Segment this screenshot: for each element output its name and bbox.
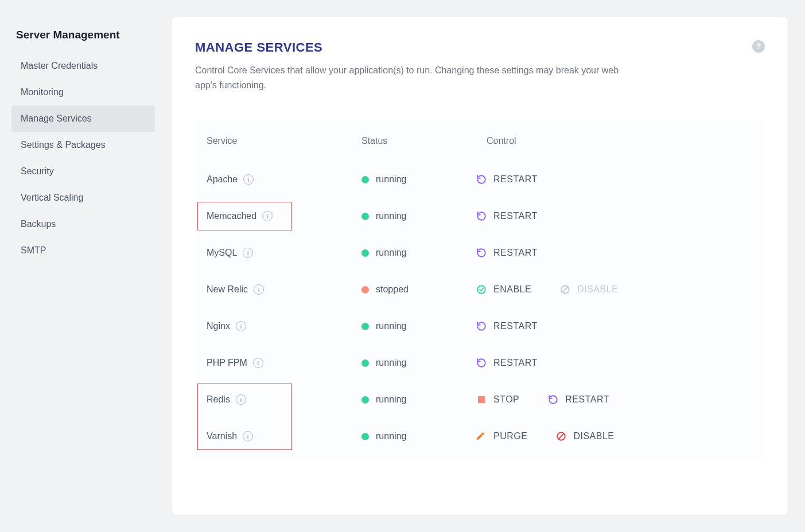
info-icon[interactable]: i [243,174,254,185]
controls-cell: ENABLEDISABLE [476,284,753,295]
control-label: RESTART [493,211,538,221]
col-header-service: Service [207,136,361,146]
disable-button[interactable]: DISABLE [556,431,614,441]
controls-cell: RESTART [476,321,753,331]
status-cell: running [361,321,476,331]
status-text: running [376,321,406,331]
help-icon[interactable]: ? [752,40,765,53]
purge-button[interactable]: PURGE [476,431,527,441]
restart-button[interactable]: RESTART [476,248,538,258]
table-row: New RelicistoppedENABLEDISABLE [195,271,765,308]
restart-icon [476,248,487,258]
status-cell: running [361,358,476,368]
stop-button[interactable]: STOP [476,394,519,405]
info-icon[interactable]: i [254,284,264,295]
status-dot-icon [361,433,369,440]
sidebar: Server Management Master CredentialsMoni… [11,17,155,515]
sidebar-item-manage-services[interactable]: Manage Services [11,105,155,132]
table-row: RedisirunningSTOPRESTART [195,381,765,418]
main-card: MANAGE SERVICES Control Core Services th… [172,17,788,515]
service-name-cell: Redisi [207,394,361,405]
col-header-control: Control [476,136,753,146]
service-name: Apache [207,174,238,185]
service-name: Redis [207,394,230,405]
controls-cell: RESTART [476,248,753,258]
svg-line-4 [559,434,564,439]
status-text: running [376,248,406,258]
table-row: MemcachedirunningRESTART [195,198,765,234]
controls-cell: PURGEDISABLE [476,431,753,441]
sidebar-title: Server Management [16,29,155,41]
info-icon[interactable]: i [262,211,273,221]
restart-icon [476,174,487,185]
control-label: RESTART [493,174,538,185]
service-name: Nginx [207,321,230,331]
restart-button[interactable]: RESTART [476,211,538,221]
info-icon[interactable]: i [253,358,263,368]
controls-cell: RESTART [476,174,753,185]
sidebar-item-security[interactable]: Security [11,158,155,185]
control-label: STOP [493,394,519,405]
service-name-cell: PHP FPMi [207,358,361,368]
status-text: running [376,174,406,185]
service-name: Varnish [207,431,237,441]
col-header-status: Status [361,136,476,146]
sidebar-item-monitoring[interactable]: Monitoring [11,79,155,105]
sidebar-item-smtp[interactable]: SMTP [11,237,155,264]
disable-icon [556,431,566,441]
sidebar-item-settings-packages[interactable]: Settings & Packages [11,132,155,158]
control-label: DISABLE [573,431,614,441]
restart-icon [476,358,487,368]
info-icon[interactable]: i [243,431,253,441]
status-cell: stopped [361,284,476,295]
status-dot-icon [361,176,369,183]
page-description: Control Core Services that allow your ap… [195,63,643,92]
status-text: stopped [376,284,409,295]
table-row: MySQLirunningRESTART [195,234,765,271]
status-dot-icon [361,286,369,294]
services-table: Service Status Control ApacheirunningRES… [195,121,765,460]
control-label: PURGE [493,431,527,441]
restart-button[interactable]: RESTART [476,174,538,185]
service-name: MySQL [207,248,237,258]
control-label: DISABLE [577,284,618,295]
info-icon[interactable]: i [236,321,246,331]
sidebar-item-master-credentials[interactable]: Master Credentials [11,53,155,79]
sidebar-item-backups[interactable]: Backups [11,211,155,237]
control-label: RESTART [493,248,538,258]
service-name: PHP FPM [207,358,247,368]
sidebar-item-vertical-scaling[interactable]: Vertical Scaling [11,185,155,211]
service-name-cell: Memcachedi [207,211,361,221]
enable-button[interactable]: ENABLE [476,284,531,295]
page-title: MANAGE SERVICES [195,40,643,55]
status-cell: running [361,211,476,221]
status-dot-icon [361,249,369,257]
restart-button[interactable]: RESTART [476,358,538,368]
service-name-cell: Apachei [207,174,361,185]
restart-button[interactable]: RESTART [548,394,609,405]
status-dot-icon [361,359,369,367]
stop-icon [476,394,487,405]
status-cell: running [361,431,476,441]
disable-button: DISABLE [560,284,618,295]
status-text: running [376,358,406,368]
controls-cell: RESTART [476,211,753,221]
service-name-cell: MySQLi [207,248,361,258]
service-name-cell: New Relici [207,284,361,295]
controls-cell: STOPRESTART [476,394,753,405]
control-label: RESTART [493,321,538,331]
restart-button[interactable]: RESTART [476,321,538,331]
status-text: running [376,394,406,405]
table-row: VarnishirunningPURGEDISABLE [195,418,765,455]
restart-icon [476,321,487,331]
disable-icon [560,284,570,295]
service-name: New Relic [207,284,248,295]
svg-line-2 [563,287,568,292]
info-icon[interactable]: i [236,394,246,405]
restart-icon [548,394,558,405]
control-label: RESTART [493,358,538,368]
service-name-cell: Varnishi [207,431,361,441]
enable-icon [476,284,487,295]
info-icon[interactable]: i [243,248,253,258]
status-text: running [376,211,406,221]
